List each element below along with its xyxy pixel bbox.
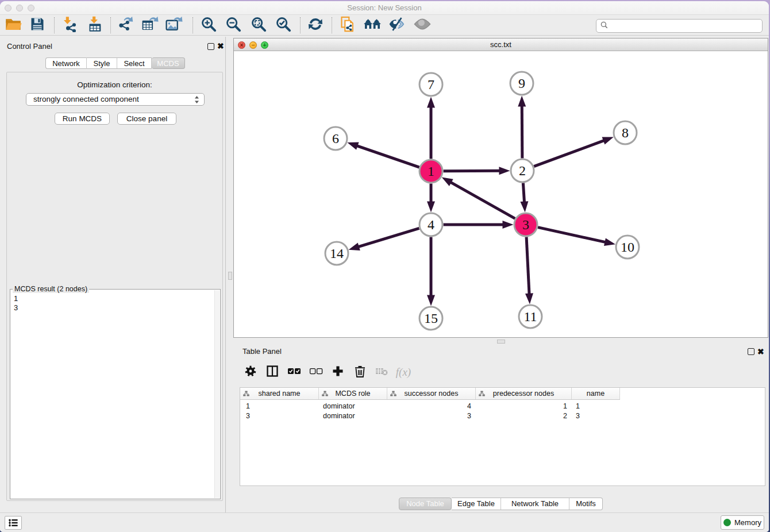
criterion-dropdown-value: strongly connected component: [33, 95, 139, 103]
toolbar-separator: [54, 17, 55, 33]
table-cell[interactable]: 3: [246, 411, 319, 421]
control-tab-style[interactable]: Style: [87, 57, 117, 69]
edge-4-14[interactable]: [357, 228, 419, 247]
close-panel-button[interactable]: Close panel: [117, 113, 176, 125]
table-tab-motifs[interactable]: Motifs: [569, 498, 603, 510]
graph-node-8[interactable]: 8: [614, 121, 637, 144]
network-graph[interactable]: 1234678910111415: [234, 51, 767, 337]
graph-node-2[interactable]: 2: [511, 159, 534, 182]
show-columns-button[interactable]: [261, 365, 283, 379]
table-panel-float-icon[interactable]: [748, 348, 754, 355]
table-cell[interactable]: 1: [476, 402, 567, 411]
zoom-out-button[interactable]: [223, 16, 244, 34]
task-history-button[interactable]: [5, 516, 22, 530]
column-header-shared-name[interactable]: shared name: [240, 388, 319, 399]
graph-node-11[interactable]: 11: [519, 305, 542, 328]
run-mcds-button[interactable]: Run MCDS: [55, 113, 110, 125]
import-network-button[interactable]: [60, 16, 80, 34]
table-cell[interactable]: dominator: [323, 411, 386, 421]
table-options-button[interactable]: [240, 365, 261, 379]
zoom-fit-button[interactable]: [248, 16, 269, 34]
save-session-icon: [29, 16, 45, 34]
edge-3-10[interactable]: [538, 228, 607, 243]
network-minimize-button[interactable]: –: [249, 41, 257, 49]
table-tab-network-table[interactable]: Network Table: [501, 498, 569, 510]
edge-3-11[interactable]: [526, 237, 529, 295]
search-field[interactable]: [596, 19, 763, 33]
edge-2-8[interactable]: [534, 140, 606, 167]
open-file-button[interactable]: [3, 16, 24, 34]
search-input[interactable]: [611, 22, 762, 30]
graph-node-10[interactable]: 10: [616, 236, 639, 259]
control-panel-float-icon[interactable]: [207, 43, 214, 50]
deselect-all-button[interactable]: [305, 367, 327, 378]
save-session-button[interactable]: [27, 16, 48, 34]
table-tab-node-table[interactable]: Node Table: [399, 498, 452, 510]
control-tab-select[interactable]: Select: [117, 57, 152, 69]
graph-node-6[interactable]: 6: [324, 127, 347, 150]
function-builder-button[interactable]: f(x): [392, 366, 414, 379]
edge-2-3[interactable]: [523, 183, 524, 203]
export-image-button[interactable]: [164, 16, 184, 34]
edge-1-6[interactable]: [356, 145, 419, 167]
horizontal-splitter-handle[interactable]: [497, 340, 505, 344]
apply-layout-icon: [307, 16, 324, 34]
table-cell[interactable]: 3: [576, 411, 618, 421]
graph-node-9[interactable]: 9: [510, 72, 533, 95]
show-graphics-details-button[interactable]: [412, 16, 433, 34]
graph-node-3[interactable]: 3: [514, 213, 537, 236]
table-cell[interactable]: 3: [387, 411, 471, 421]
network-from-selection-button[interactable]: [337, 16, 358, 34]
column-header-successor-nodes[interactable]: successor nodes: [387, 388, 476, 399]
hide-graphics-details-button[interactable]: [387, 16, 407, 34]
control-panel-close-icon[interactable]: ✖: [217, 43, 224, 49]
memory-button-label: Memory: [734, 518, 761, 527]
edge-arrow-3-1: [442, 178, 453, 186]
delete-column-button[interactable]: [349, 365, 371, 380]
mcds-result-list[interactable]: 1 3: [14, 294, 18, 313]
mcds-result-scrollbar[interactable]: [214, 290, 220, 498]
graph-node-4[interactable]: 4: [419, 213, 442, 236]
graph-node-7[interactable]: 7: [419, 73, 442, 96]
edge-arrow-1-4: [427, 202, 435, 213]
table-cell[interactable]: 1: [576, 402, 618, 411]
export-network-button[interactable]: [116, 16, 136, 34]
apply-layout-button[interactable]: [305, 16, 326, 34]
column-header-MCDS-role[interactable]: MCDS role: [319, 388, 387, 399]
window-zoom-button[interactable]: [28, 5, 34, 11]
network-window-titlebar[interactable]: × – + scc.txt: [234, 38, 768, 51]
table-tab-edge-table[interactable]: Edge Table: [452, 498, 501, 510]
table-panel-close-icon[interactable]: ✖: [757, 348, 764, 355]
control-tab-network[interactable]: Network: [45, 57, 87, 69]
delete-table-button[interactable]: [371, 367, 392, 378]
edge-2-9[interactable]: [522, 104, 522, 158]
export-table-button[interactable]: [140, 16, 160, 34]
zoom-in-button[interactable]: [198, 16, 219, 34]
criterion-dropdown[interactable]: strongly connected component: [26, 93, 205, 106]
add-column-button[interactable]: [327, 365, 349, 379]
column-header-name[interactable]: name: [572, 388, 620, 399]
edge-1-2[interactable]: [443, 171, 501, 171]
edge-3-1[interactable]: [449, 182, 515, 219]
table-cell[interactable]: 2: [476, 411, 567, 421]
table-cell[interactable]: 1: [246, 402, 319, 411]
column-header-predecessor-nodes[interactable]: predecessor nodes: [476, 388, 572, 399]
table-cell[interactable]: 4: [387, 402, 471, 411]
zoom-selected-button[interactable]: [273, 16, 294, 34]
import-table-button[interactable]: [85, 16, 106, 34]
control-tab-mcds[interactable]: MCDS: [152, 57, 185, 69]
graph-node-15[interactable]: 15: [419, 307, 442, 330]
table-cell[interactable]: dominator: [323, 402, 386, 411]
toolbar-separator: [192, 17, 193, 33]
graph-node-14[interactable]: 14: [325, 242, 348, 265]
window-minimize-button[interactable]: [16, 5, 23, 11]
network-canvas[interactable]: 1234678910111415: [234, 51, 768, 337]
window-close-button[interactable]: [5, 5, 11, 11]
select-all-button[interactable]: [283, 367, 305, 378]
memory-button[interactable]: Memory: [721, 515, 764, 530]
vertical-splitter-handle[interactable]: [228, 272, 232, 280]
first-neighbors-button[interactable]: [362, 16, 383, 34]
network-maximize-button[interactable]: +: [261, 41, 268, 49]
network-close-button[interactable]: ×: [238, 41, 245, 49]
graph-node-1[interactable]: 1: [419, 160, 442, 183]
